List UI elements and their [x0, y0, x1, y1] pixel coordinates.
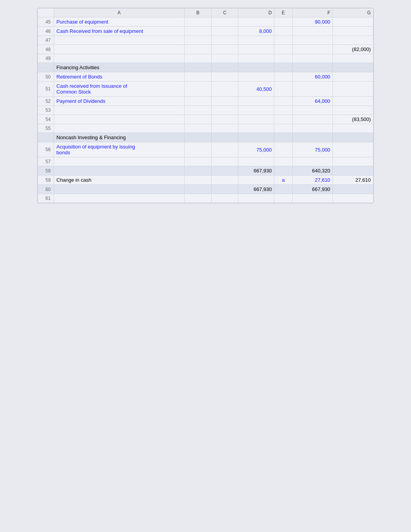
cell-b[interactable] [184, 36, 211, 45]
cell-g[interactable] [333, 27, 373, 36]
cell-a[interactable] [54, 54, 184, 63]
cell-c[interactable] [211, 27, 238, 36]
cell-d[interactable] [238, 45, 274, 54]
cell-f[interactable] [292, 36, 333, 45]
cell-d[interactable]: 40,500 [238, 82, 274, 97]
cell-b[interactable] [184, 124, 211, 133]
cell-f[interactable]: 60,000 [292, 72, 333, 82]
cell-g[interactable]: (83,500) [333, 115, 373, 124]
cell-a[interactable]: Financing Activities [54, 63, 184, 72]
cell-b[interactable] [184, 166, 211, 176]
cell-e[interactable] [274, 115, 292, 124]
cell-b[interactable] [184, 72, 211, 82]
cell-d[interactable] [238, 176, 274, 185]
cell-b[interactable] [184, 133, 211, 142]
cell-f[interactable] [292, 82, 333, 97]
cell-a[interactable]: Cash Received from sale of equipment [54, 27, 184, 36]
cell-a[interactable]: Purchase of equipment [54, 17, 184, 27]
cell-c[interactable] [211, 142, 238, 157]
cell-a[interactable]: Change in cash [54, 176, 184, 185]
cell-c[interactable] [211, 82, 238, 97]
cell-a[interactable] [54, 194, 184, 203]
cell-g[interactable] [333, 142, 373, 157]
cell-d[interactable] [238, 72, 274, 82]
cell-f[interactable]: 75,000 [292, 142, 333, 157]
cell-c[interactable] [211, 17, 238, 27]
cell-g[interactable] [333, 106, 373, 115]
cell-b[interactable] [184, 45, 211, 54]
cell-e[interactable] [274, 82, 292, 97]
cell-f[interactable]: 90,000 [292, 17, 333, 27]
cell-a[interactable] [54, 106, 184, 115]
cell-d[interactable] [238, 54, 274, 63]
cell-e[interactable] [274, 45, 292, 54]
cell-d[interactable]: 8,000 [238, 27, 274, 36]
cell-b[interactable] [184, 115, 211, 124]
cell-g[interactable]: (82,000) [333, 45, 373, 54]
cell-a[interactable]: Cash received from Issuance ofCommon Sto… [54, 82, 184, 97]
cell-a[interactable]: Acquisition of equipment by issuingbonds [54, 142, 184, 157]
cell-b[interactable] [184, 97, 211, 106]
cell-d[interactable]: 667,930 [238, 185, 274, 194]
cell-c[interactable] [211, 115, 238, 124]
cell-g[interactable] [333, 97, 373, 106]
cell-c[interactable] [211, 124, 238, 133]
cell-d[interactable] [238, 124, 274, 133]
cell-a[interactable]: Retirement of Bonds [54, 72, 184, 82]
cell-d[interactable]: 667,930 [238, 166, 274, 176]
cell-b[interactable] [184, 142, 211, 157]
cell-a[interactable] [54, 124, 184, 133]
cell-g[interactable] [333, 72, 373, 82]
cell-e[interactable] [274, 185, 292, 194]
cell-b[interactable] [184, 17, 211, 27]
cell-f[interactable] [292, 157, 333, 166]
cell-d[interactable] [238, 36, 274, 45]
cell-g[interactable] [333, 133, 373, 142]
cell-b[interactable] [184, 54, 211, 63]
cell-d[interactable] [238, 194, 274, 203]
cell-d[interactable] [238, 106, 274, 115]
cell-g[interactable] [333, 54, 373, 63]
cell-c[interactable] [211, 45, 238, 54]
cell-d[interactable] [238, 133, 274, 142]
cell-c[interactable] [211, 176, 238, 185]
cell-b[interactable] [184, 194, 211, 203]
cell-e[interactable] [274, 124, 292, 133]
cell-b[interactable] [184, 157, 211, 166]
cell-g[interactable] [333, 185, 373, 194]
cell-e[interactable] [274, 54, 292, 63]
cell-d[interactable] [238, 63, 274, 72]
cell-d[interactable] [238, 17, 274, 27]
cell-g[interactable] [333, 166, 373, 176]
cell-g[interactable] [333, 63, 373, 72]
cell-g[interactable] [333, 124, 373, 133]
cell-f[interactable]: 640,320 [292, 166, 333, 176]
cell-f[interactable] [292, 63, 333, 72]
cell-g[interactable] [333, 82, 373, 97]
cell-b[interactable] [184, 185, 211, 194]
cell-f[interactable] [292, 45, 333, 54]
cell-a[interactable] [54, 45, 184, 54]
cell-f[interactable] [292, 27, 333, 36]
cell-a[interactable] [54, 185, 184, 194]
cell-f[interactable] [292, 124, 333, 133]
cell-e[interactable] [274, 133, 292, 142]
cell-g[interactable] [333, 194, 373, 203]
cell-c[interactable] [211, 194, 238, 203]
cell-f[interactable]: 64,000 [292, 97, 333, 106]
cell-c[interactable] [211, 157, 238, 166]
cell-d[interactable]: 75,000 [238, 142, 274, 157]
cell-f[interactable]: 27,610 [292, 176, 333, 185]
cell-f[interactable] [292, 133, 333, 142]
cell-c[interactable] [211, 97, 238, 106]
cell-a[interactable] [54, 157, 184, 166]
cell-d[interactable] [238, 97, 274, 106]
cell-f[interactable] [292, 115, 333, 124]
cell-e[interactable]: a [274, 176, 292, 185]
cell-e[interactable] [274, 17, 292, 27]
cell-g[interactable] [333, 36, 373, 45]
cell-f[interactable] [292, 54, 333, 63]
cell-c[interactable] [211, 72, 238, 82]
cell-f[interactable]: 667,930 [292, 185, 333, 194]
cell-a[interactable] [54, 166, 184, 176]
